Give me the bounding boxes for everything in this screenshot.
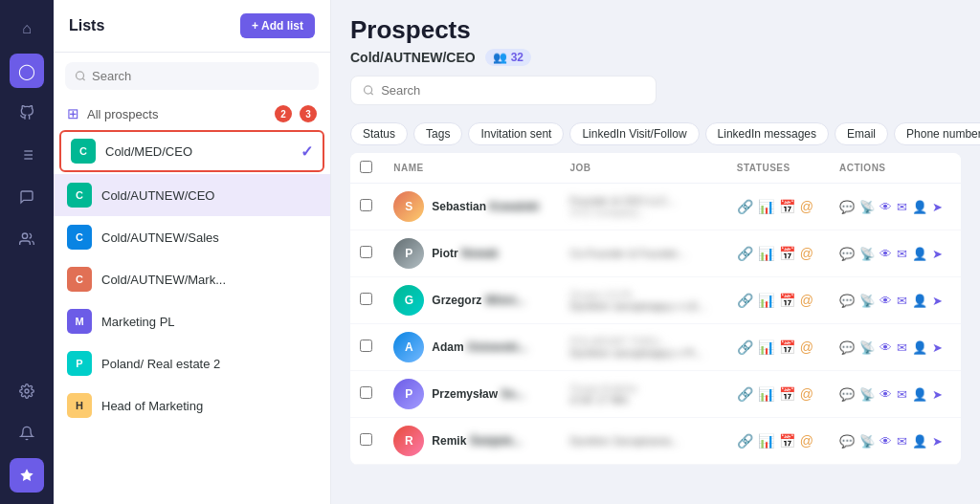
crown-icon[interactable] [10, 458, 44, 493]
bell-icon[interactable] [10, 416, 44, 450]
select-all-checkbox[interactable] [360, 161, 372, 173]
row-2-job: Co-Founder & Founder... [560, 230, 726, 277]
filter-status[interactable]: Status [350, 122, 408, 145]
checkmark-icon: ✓ [301, 142, 313, 161]
list-item-head-of-marketing[interactable]: H Head of Marketing [54, 384, 330, 427]
list-badge-h: H [67, 393, 92, 418]
list-item-poland-real-estate[interactable]: P Poland/ Real estate 2 [54, 342, 330, 384]
rocket-icon[interactable] [10, 96, 44, 130]
table-row: S Sebastian Kowalski Founder & CEO LLC..… [350, 184, 961, 230]
users-icon[interactable]: ◯ [10, 54, 44, 88]
send-action-icon[interactable]: ➤ [932, 200, 943, 214]
svg-point-6 [22, 233, 27, 238]
list-item-name-7: Head of Marketing [101, 399, 317, 413]
table-row: G Grzegorz Wiśni... Grupa LCLPL Dyrektor… [350, 277, 961, 324]
row-6-checkbox[interactable] [360, 433, 372, 446]
rss-action-icon[interactable]: 📡 [859, 200, 875, 214]
table-row: A Adam Ostowski... POLARGBT TORU... Dyre… [350, 324, 961, 371]
row-5-checkbox[interactable] [360, 386, 372, 399]
svg-line-12 [370, 93, 372, 95]
main-search-icon [363, 84, 374, 97]
mail-action-icon[interactable]: ✉ [897, 200, 907, 214]
row-2-name: P Piotr Nowak [384, 230, 560, 277]
col-actions: ACTIONS [830, 153, 961, 184]
row-4-actions: 💬 📡 👁 ✉ 👤 ➤ [830, 324, 961, 371]
home-icon[interactable]: ⌂ [10, 11, 44, 46]
row-4-name: A Adam Ostowski... [384, 324, 560, 371]
list-item-name-6: Poland/ Real estate 2 [101, 357, 317, 371]
list-badge-p: P [67, 351, 92, 376]
at-icon: @ [800, 199, 813, 214]
sidebar-title: Lists [69, 17, 104, 34]
count-value: 32 [511, 51, 523, 64]
all-prospects-row[interactable]: ⊞ All prospects 2 3 [54, 99, 330, 128]
list-icon[interactable] [10, 138, 44, 172]
filter-invitation-sent[interactable]: Invitation sent [468, 122, 564, 145]
stats-icon: 📊 [758, 246, 774, 261]
prospects-table: NAME JOB STATUSES ACTIONS S Sebastian Ko… [350, 153, 961, 465]
user-action-icon[interactable]: 👤 [912, 200, 927, 214]
eye-action-icon[interactable]: 👁 [880, 200, 892, 214]
row-4-checkbox[interactable] [360, 340, 372, 352]
row-4-job: POLARGBT TORU... Dyrektor zarządzający v… [560, 324, 726, 371]
filter-phone[interactable]: Phone number [894, 122, 980, 145]
list-item-name-4: Cold/AUTNEW/Mark... [101, 273, 317, 287]
prospects-table-container: NAME JOB STATUSES ACTIONS S Sebastian Ko… [331, 153, 980, 504]
table-row: P Piotr Nowak Co-Founder & Founder... 🔗 … [350, 230, 961, 277]
row-1-statuses: 🔗 📊 📅 @ [727, 184, 830, 230]
stats-icon: 📊 [758, 199, 774, 214]
chat-icon[interactable] [10, 180, 44, 214]
filter-email[interactable]: Email [835, 122, 888, 145]
row-5-name: P Przemysław So... [384, 371, 560, 418]
svg-marker-8 [20, 469, 33, 481]
col-statuses: STATUSES [727, 153, 830, 184]
row-6-statuses: 🔗 📊 📅 @ [727, 418, 830, 465]
avatar-4: A [393, 332, 424, 362]
list-item-cold-autnew-mark[interactable]: C Cold/AUTNEW/Mark... [54, 258, 330, 300]
main-search-input[interactable] [381, 83, 644, 98]
row-checkbox-1 [350, 184, 384, 230]
subtitle-row: Cold/AUTNEW/CEO 👥 32 [350, 49, 961, 66]
row-1-checkbox[interactable] [360, 199, 372, 211]
table-row: R Remik Świątek... Dyrektor Zarządzania.… [350, 418, 961, 465]
count-badge: 👥 32 [485, 49, 531, 66]
row-3-actions: 💬 📡 👁 ✉ 👤 ➤ [830, 277, 961, 324]
row-3-checkbox[interactable] [360, 293, 372, 305]
filter-tags[interactable]: Tags [413, 122, 462, 145]
add-list-button[interactable]: + Add list [240, 13, 315, 38]
list-item-cold-autnew-sales[interactable]: C Cold/AUTNEW/Sales [54, 216, 330, 258]
row-1-name: S Sebastian Kowalski [384, 184, 560, 230]
calendar-icon: 📅 [779, 199, 795, 214]
list-badge-c2: C [67, 183, 92, 208]
filter-linkedin-visit[interactable]: LinkedIn Visit/Follow [569, 122, 699, 145]
col-job: JOB [560, 153, 726, 184]
gear-icon[interactable] [10, 374, 44, 408]
list-item-marketing-pl[interactable]: M Marketing PL [54, 300, 330, 342]
avatar-2: P [393, 238, 424, 269]
list-item-name-3: Cold/AUTNEW/Sales [101, 230, 317, 245]
row-3-job: Grupa LCLPL Dyrektor zarządzający v LE..… [560, 277, 726, 324]
calendar-icon: 📅 [779, 246, 795, 261]
list-item-cold-autnew-ceo[interactable]: C Cold/AUTNEW/CEO [54, 174, 330, 216]
count-icon: 👥 [493, 51, 507, 64]
row-3-statuses: 🔗 📊 📅 @ [727, 277, 830, 324]
filter-linkedin-messages[interactable]: LinkedIn messages [705, 122, 829, 145]
sidebar-search-input[interactable] [92, 69, 309, 83]
row-3-name: G Grzegorz Wiśni... [384, 277, 560, 324]
nav-bar: ⌂ ◯ [0, 0, 54, 504]
list-item-cold-med-ceo[interactable]: C Cold/MED/CEO ✓ [59, 130, 324, 172]
sidebar-search-box [65, 62, 319, 90]
list-item-name: Cold/MED/CEO [105, 144, 291, 159]
row-4-statuses: 🔗 📊 📅 @ [727, 324, 830, 371]
row-2-checkbox[interactable] [360, 246, 372, 258]
message-action-icon[interactable]: 💬 [839, 200, 855, 214]
subtitle-text: Cold/AUTNEW/CEO [350, 50, 476, 65]
main-header: Prospects Cold/AUTNEW/CEO 👥 32 [331, 0, 980, 122]
avatar-5: P [393, 379, 424, 409]
row-5-actions: 💬 📡 👁 ✉ 👤 ➤ [830, 371, 961, 418]
row-6-actions: 💬 📡 👁 ✉ 👤 ➤ [830, 418, 961, 465]
row-5-job: Grupa Kraków d GK 17 Mln [560, 371, 726, 418]
network-icon[interactable] [10, 222, 44, 256]
row-1-job: Founder & CEO LLC... XYZ Company... [560, 184, 726, 230]
col-checkbox [350, 153, 384, 184]
